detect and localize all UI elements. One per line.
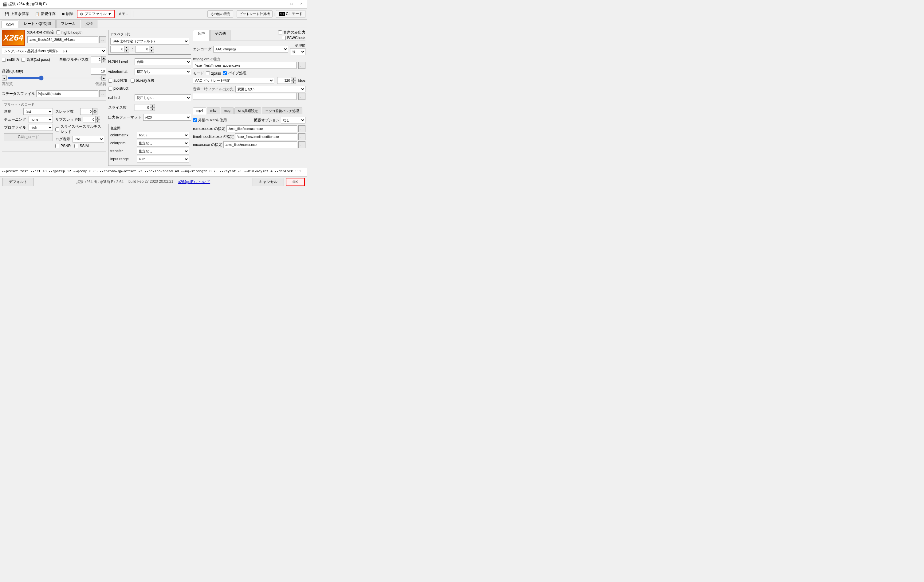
bitrate-up[interactable]: ▲ xyxy=(291,77,296,81)
highbit-depth-checkbox[interactable] xyxy=(56,30,60,35)
gui-load-button[interactable]: GUIにロード xyxy=(4,133,53,141)
mux-tab-mkv[interactable]: mkv xyxy=(207,107,220,114)
slices-input[interactable] xyxy=(135,104,150,111)
tab-frame[interactable]: フレーム xyxy=(56,20,80,28)
high-speed-check[interactable]: 高速(1st pass) xyxy=(21,57,50,62)
status-file-input[interactable] xyxy=(36,90,98,97)
aspect-h-input[interactable] xyxy=(135,46,149,53)
subthreads-up[interactable]: ▲ xyxy=(95,116,100,120)
mux-tab-common[interactable]: Mux共通設定 xyxy=(234,107,261,114)
overwrite-save-button[interactable]: 💾 上書き保存 xyxy=(2,10,31,18)
ssim-check[interactable]: SSIM xyxy=(74,144,89,148)
output-color-dropdown[interactable]: i420 xyxy=(143,114,191,121)
multipass-down[interactable]: ▼ xyxy=(101,59,106,63)
nal-hrd-dropdown[interactable]: 使用しない xyxy=(135,94,191,101)
slider-right-arrow[interactable]: ► xyxy=(101,76,106,81)
faw-check-checkbox[interactable] xyxy=(282,36,286,40)
muxer-path-input[interactable] xyxy=(223,141,297,148)
cancel-button[interactable]: キャンセル xyxy=(252,178,284,186)
profile-dropdown[interactable]: high xyxy=(28,124,53,131)
aud-checkbox[interactable] xyxy=(108,79,112,82)
high-speed-checkbox[interactable] xyxy=(21,58,25,62)
speed-dropdown[interactable]: fast xyxy=(23,108,53,115)
other-settings-button[interactable]: その他の設定 xyxy=(208,10,233,18)
colorprim-dropdown[interactable]: 指定なし xyxy=(137,140,189,146)
delete-button[interactable]: ✖ 削除 xyxy=(59,10,76,18)
slider-left-arrow[interactable]: ◄ xyxy=(2,76,7,81)
colormatrix-dropdown[interactable]: bt709 xyxy=(137,132,189,138)
encoder-dropdown[interactable]: AAC (ffmpeg) xyxy=(213,46,288,53)
log-dropdown[interactable]: info xyxy=(73,136,104,143)
timelineeditor-path-input[interactable] xyxy=(235,133,297,140)
pipe-check[interactable]: パイプ処理 xyxy=(223,71,246,76)
order-dropdown[interactable]: 後 xyxy=(290,48,305,55)
null-output-checkbox[interactable] xyxy=(2,58,6,62)
highbit-depth-check[interactable]: highbit depth xyxy=(56,30,82,35)
slice-multithread-check[interactable]: スライスベースマルチスレッド xyxy=(55,124,104,135)
audio-temp-dropdown[interactable]: 変更しない xyxy=(235,85,305,92)
quality-slider[interactable] xyxy=(7,75,101,81)
bluray-checkbox[interactable] xyxy=(130,79,135,82)
bluray-check[interactable]: blu-ray互換 xyxy=(130,78,155,83)
ffmpeg-browse-button[interactable]: ... xyxy=(299,62,305,69)
multipass-up[interactable]: ▲ xyxy=(101,56,106,59)
mux-tab-mp4[interactable]: mp4 xyxy=(193,107,206,115)
bitrate-calc-button[interactable]: ビットレート計算機 xyxy=(237,10,272,18)
ext-muxer-checkbox[interactable] xyxy=(193,118,197,122)
exe-browse-button[interactable]: ... xyxy=(99,36,106,43)
remuxer-browse-button[interactable]: ... xyxy=(299,125,305,132)
status-browse-button[interactable]: ... xyxy=(99,90,106,97)
threads-up[interactable]: ▲ xyxy=(92,108,97,112)
mux-tab-mpg[interactable]: mpg xyxy=(221,107,234,114)
audio-only-check[interactable]: 音声のみ出力 xyxy=(278,30,305,35)
memo-button[interactable]: メモ... xyxy=(115,10,131,18)
exe-path-input[interactable] xyxy=(27,36,98,43)
slices-up[interactable]: ▲ xyxy=(150,104,155,107)
tab-audio[interactable]: 音声 xyxy=(193,30,210,41)
quality-input[interactable] xyxy=(91,68,106,75)
threads-down[interactable]: ▼ xyxy=(92,112,97,115)
remuxer-path-input[interactable] xyxy=(226,125,297,132)
twopass-check[interactable]: 2pass xyxy=(206,71,221,76)
tuning-dropdown[interactable]: none xyxy=(28,116,53,123)
input-range-dropdown[interactable]: auto xyxy=(137,156,189,163)
aud-check[interactable]: aud付加 xyxy=(108,78,127,83)
aspect-w-down[interactable]: ▼ xyxy=(124,49,129,53)
mode-dropdown-audio[interactable]: AAC ビットレート指定 xyxy=(193,77,274,84)
psnr-checkbox[interactable] xyxy=(55,144,59,148)
tab-x264[interactable]: x264 xyxy=(1,21,18,28)
multipass-input[interactable] xyxy=(91,56,101,63)
aspect-w-input[interactable] xyxy=(110,46,124,53)
muxer-browse-button[interactable]: ... xyxy=(299,141,305,148)
aspect-w-up[interactable]: ▲ xyxy=(124,46,129,49)
tab-extended[interactable]: 拡張 xyxy=(81,20,97,28)
audio-temp-path-input[interactable] xyxy=(193,93,297,100)
transfer-dropdown[interactable]: 指定なし xyxy=(137,148,189,155)
psnr-check[interactable]: PSNR xyxy=(55,144,71,148)
minimize-button[interactable]: － xyxy=(277,1,286,7)
ext-option-dropdown[interactable]: なし xyxy=(281,117,305,123)
threads-input[interactable] xyxy=(80,108,92,115)
slices-down[interactable]: ▼ xyxy=(150,107,155,111)
close-button[interactable]: × xyxy=(298,1,305,7)
videoformat-dropdown[interactable]: 指定なし xyxy=(135,68,191,75)
mode-dropdown[interactable]: シングルパス - 品質基準VBR(可変レート) xyxy=(2,48,106,54)
default-button[interactable]: デフォルト xyxy=(2,178,34,186)
faw-check-label[interactable]: FAWCheck xyxy=(282,36,305,40)
subthreads-down[interactable]: ▼ xyxy=(95,120,100,123)
pic-struct-check[interactable]: pic-struct xyxy=(108,86,191,90)
aspect-h-down[interactable]: ▼ xyxy=(149,49,154,53)
ok-button[interactable]: OK xyxy=(286,178,305,186)
subthreads-input[interactable] xyxy=(83,116,95,123)
about-link[interactable]: x264guiExについて xyxy=(178,179,210,184)
audio-temp-browse-button[interactable]: ... xyxy=(299,93,305,100)
timelineeditor-browse-button[interactable]: ... xyxy=(299,133,305,140)
ssim-checkbox[interactable] xyxy=(74,144,78,148)
restore-button[interactable]: □ xyxy=(288,1,295,7)
ext-muxer-check[interactable]: 外部muxerを使用 xyxy=(193,118,227,123)
twopass-checkbox[interactable] xyxy=(206,71,210,75)
tab-rate-qp[interactable]: レート・QP制御 xyxy=(19,20,56,28)
bitrate-down[interactable]: ▼ xyxy=(291,81,296,84)
cli-mode-button[interactable]: CLI CLIモード xyxy=(276,10,305,18)
tab-other[interactable]: その他 xyxy=(210,30,231,41)
